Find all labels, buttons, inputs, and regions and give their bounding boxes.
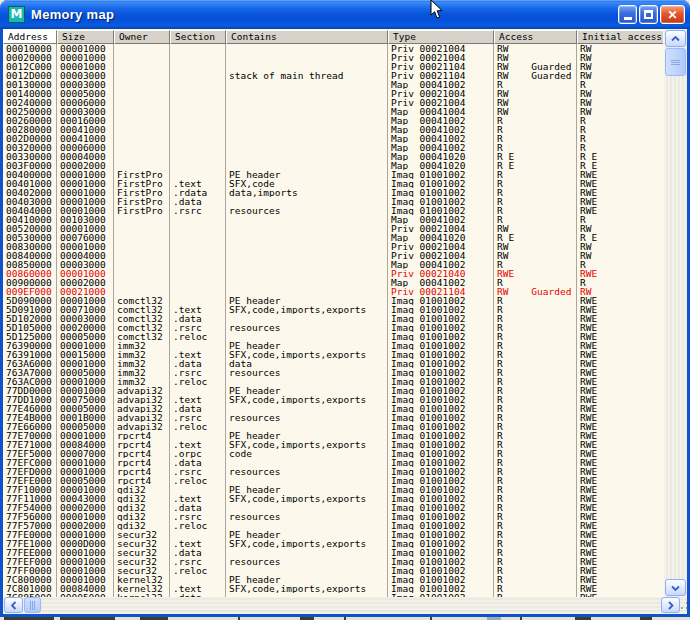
memory-row-00320000[interactable]: 0032000000006000Map 00041002RR: [3, 143, 663, 152]
cell-contains: resources: [226, 512, 388, 521]
memory-row-0012C000[interactable]: 0012C00000001000Priv 00021104RW GuardedR…: [3, 62, 663, 71]
memory-row-76391000[interactable]: 7639100000015000imm32.textSFX,code,impor…: [3, 350, 663, 359]
cell-size: 00006000: [57, 143, 114, 152]
scroll-down-button[interactable]: [665, 579, 686, 596]
memory-row-77E70000[interactable]: 77E7000000001000rpcrt4PE headerImag 0100…: [3, 431, 663, 440]
memory-row-77F57000[interactable]: 77F5700000002000gdi32.relocImag 01001002…: [3, 521, 663, 530]
scroll-up-button[interactable]: [665, 30, 686, 47]
memory-row-77EFD000[interactable]: 77EFD00000001000rpcrt4.rsrcresourcesImag…: [3, 467, 663, 476]
memory-row-77E46000[interactable]: 77E4600000005000advapi32.dataImag 010010…: [3, 404, 663, 413]
cell-initial-access: RWE: [577, 341, 663, 350]
vertical-scrollbar[interactable]: [664, 29, 687, 597]
memory-row-00404000[interactable]: 0040400000001000FirstPro.rsrcresourcesIm…: [3, 206, 663, 215]
scroll-right-button[interactable]: [661, 597, 680, 613]
memory-row-00530000[interactable]: 0053000000076000Map 00041020R ER E: [3, 233, 663, 242]
cell-contains: resources: [226, 467, 388, 476]
memory-row-77FEF000[interactable]: 77FEF00000001000secur32.rsrcresourcesIma…: [3, 557, 663, 566]
memory-row-00400000[interactable]: 0040000000001000FirstProPE headerImag 01…: [3, 170, 663, 179]
vertical-scrollbar-thumb[interactable]: [665, 48, 686, 76]
memory-row-00140000[interactable]: 0014000000005000Priv 00021004RWRW: [3, 89, 663, 98]
memory-row-003F0000[interactable]: 003F000000002000Map 00041020R ER E: [3, 161, 663, 170]
memory-row-5D105000[interactable]: 5D10500000020000comctl32.rsrcresourcesIm…: [3, 323, 663, 332]
cell-contains: [226, 116, 388, 125]
horizontal-scrollbar-thumb[interactable]: [24, 597, 41, 613]
memory-row-76390000[interactable]: 7639000000001000imm32PE headerImag 01001…: [3, 341, 663, 350]
memory-row-77F54000[interactable]: 77F5400000002000gdi32.dataImag 01001002R…: [3, 503, 663, 512]
memory-row-77F11000[interactable]: 77F1100000043000gdi32.textSFX,code,impor…: [3, 494, 663, 503]
memory-row-00401000[interactable]: 0040100000001000FirstPro.textSFX,codeIma…: [3, 179, 663, 188]
memory-row-00010000[interactable]: 0001000000001000Priv 00021004RWRW: [3, 44, 663, 53]
cell-initial-access: RWE: [577, 530, 663, 539]
memory-row-77EFC000[interactable]: 77EFC00000001000rpcrt4.dataImag 01001002…: [3, 458, 663, 467]
column-header-address[interactable]: Address: [3, 30, 57, 44]
cell-size: 00001000: [57, 530, 114, 539]
memory-row-002D0000[interactable]: 002D000000041000Map 00041002RR: [3, 134, 663, 143]
column-header-owner[interactable]: Owner: [114, 30, 170, 44]
scroll-left-button[interactable]: [4, 597, 23, 613]
vertical-scrollbar-track[interactable]: [664, 29, 687, 597]
cell-access: R: [494, 206, 577, 215]
memory-row-77FF0000[interactable]: 77FF000000001000secur32.relocImag 010010…: [3, 566, 663, 575]
memory-row-00410000[interactable]: 0041000000103000Map 00041002RR: [3, 215, 663, 224]
memory-row-5D102000[interactable]: 5D10200000003000comctl32.dataImag 010010…: [3, 314, 663, 323]
memory-row-77FE0000[interactable]: 77FE000000001000secur32PE headerImag 010…: [3, 530, 663, 539]
memory-row-763AC000[interactable]: 763AC00000001000imm32.relocImag 01001002…: [3, 377, 663, 386]
memory-row-77E71000[interactable]: 77E7100000084000rpcrt4.textSFX,code,impo…: [3, 440, 663, 449]
cell-type: Imag 01001002: [388, 566, 494, 575]
memory-row-00330000[interactable]: 0033000000004000Map 00041020R ER E: [3, 152, 663, 161]
memory-row-5D090000[interactable]: 5D09000000001000comctl32PE headerImag 01…: [3, 296, 663, 305]
cell-contains: PE header: [226, 575, 388, 584]
close-button[interactable]: ✕: [660, 5, 685, 24]
column-header-initial-access[interactable]: Initial access: [577, 30, 663, 44]
memory-row-77EFE000[interactable]: 77EFE00000005000rpcrt4.relocImag 0100100…: [3, 476, 663, 485]
memory-row-009EF000[interactable]: 009EF00000021000Priv 00021104RW GuardedR…: [3, 287, 663, 296]
cell-owner: rpcrt4: [114, 467, 170, 476]
memory-row-5D125000[interactable]: 5D12500000005000comctl32.relocImag 01001…: [3, 332, 663, 341]
minimize-button[interactable]: [618, 5, 637, 24]
cell-section: .reloc: [170, 332, 226, 341]
column-header-type[interactable]: Type: [388, 30, 494, 44]
memory-row-7C800000[interactable]: 7C80000000001000kernel32PE headerImag 01…: [3, 575, 663, 584]
memory-row-00520000[interactable]: 0052000000001000Priv 00021004RWRW: [3, 224, 663, 233]
column-header-access[interactable]: Access: [494, 30, 577, 44]
cell-owner: gdi32: [114, 503, 170, 512]
column-header-size[interactable]: Size: [57, 30, 114, 44]
memory-row-77F56000[interactable]: 77F5600000001000gdi32.rsrcresourcesImag …: [3, 512, 663, 521]
memory-row-77FE1000[interactable]: 77FE10000000D000secur32.textSFX,code,imp…: [3, 539, 663, 548]
memory-row-00260000[interactable]: 0026000000016000Map 00041002RR: [3, 116, 663, 125]
memory-row-00860000[interactable]: 0086000000001000Priv 00021040RWERWE: [3, 269, 663, 278]
memory-row-00250000[interactable]: 0025000000003000Map 00041004RWRW: [3, 107, 663, 116]
memory-row-00280000[interactable]: 0028000000041000Map 00041002RR: [3, 125, 663, 134]
memory-row-77DD1000[interactable]: 77DD100000075000advapi32.textSFX,code,im…: [3, 395, 663, 404]
cell-section: .text: [170, 395, 226, 404]
memory-row-0012D000[interactable]: 0012D00000003000stack of main threadPriv…: [3, 71, 663, 80]
horizontal-scrollbar[interactable]: [3, 597, 687, 614]
memory-row-77E4B000[interactable]: 77E4B0000001B000advapi32.rsrcresourcesIm…: [3, 413, 663, 422]
memory-row-77EF5000[interactable]: 77EF500000007000rpcrt4.orpccodeImag 0100…: [3, 449, 663, 458]
memory-row-00900000[interactable]: 0090000000002000Map 00041002RR: [3, 278, 663, 287]
memory-row-00850000[interactable]: 0085000000003000Map 00041002RR: [3, 260, 663, 269]
resize-grip[interactable]: [682, 598, 687, 613]
memory-row-763A7000[interactable]: 763A700000005000imm32.rsrcresourcesImag …: [3, 368, 663, 377]
memory-row-00840000[interactable]: 0084000000004000Priv 00021004RWRW: [3, 251, 663, 260]
memory-row-00402000[interactable]: 0040200000001000FirstPro.rdatadata,impor…: [3, 188, 663, 197]
memory-row-00130000[interactable]: 0013000000003000Map 00041002RR: [3, 80, 663, 89]
memory-row-5D091000[interactable]: 5D09100000071000comctl32.textSFX,code,im…: [3, 305, 663, 314]
memory-row-00830000[interactable]: 0083000000001000Priv 00021004RWRW: [3, 242, 663, 251]
cell-section: .data: [170, 404, 226, 413]
title-bar[interactable]: M Memory map ✕: [0, 0, 690, 29]
maximize-button[interactable]: [639, 5, 658, 24]
column-header-contains[interactable]: Contains: [226, 30, 388, 44]
memory-row-77F10000[interactable]: 77F1000000001000gdi32PE headerImag 01001…: [3, 485, 663, 494]
column-header-section[interactable]: Section: [170, 30, 226, 44]
cell-owner: imm32: [114, 377, 170, 386]
memory-row-00240000[interactable]: 0024000000006000Priv 00021004RWRW: [3, 98, 663, 107]
cell-access: R: [494, 368, 577, 377]
memory-row-77DD0000[interactable]: 77DD000000001000advapi32PE headerImag 01…: [3, 386, 663, 395]
memory-row-77E66000[interactable]: 77E6600000005000advapi32.relocImag 01001…: [3, 422, 663, 431]
memory-row-7C801000[interactable]: 7C80100000084000kernel32.textSFX,code,im…: [3, 584, 663, 593]
memory-row-00020000[interactable]: 0002000000001000Priv 00021004RWRW: [3, 53, 663, 62]
memory-row-00403000[interactable]: 0040300000001000FirstPro.dataImag 010010…: [3, 197, 663, 206]
memory-row-77FEE000[interactable]: 77FEE00000001000secur32.dataImag 0100100…: [3, 548, 663, 557]
memory-row-763A6000[interactable]: 763A600000001000imm32.datadataImag 01001…: [3, 359, 663, 368]
